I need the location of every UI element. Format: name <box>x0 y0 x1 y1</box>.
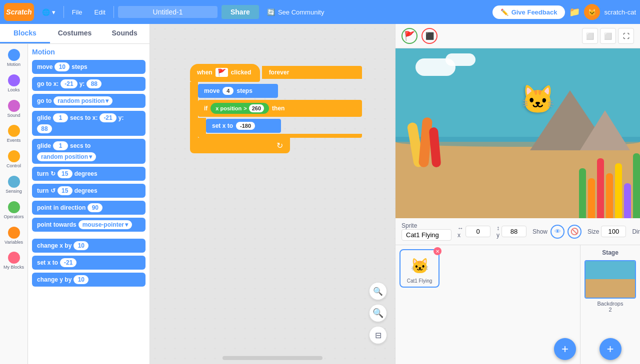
block-glide2-dropdown[interactable]: random position ▾ <box>37 152 96 161</box>
plant-5 <box>615 163 622 218</box>
block-glide1-x[interactable]: -21 <box>100 113 116 122</box>
add-sprite-button[interactable]: + <box>554 338 576 360</box>
zoom-reset-button[interactable]: ⊟ <box>369 326 387 344</box>
zoom-out-button[interactable]: 🔍 <box>369 304 387 322</box>
project-title-input[interactable] <box>118 6 218 18</box>
category-events[interactable]: Events <box>0 122 28 146</box>
edit-menu[interactable]: Edit <box>90 6 110 18</box>
y-input[interactable] <box>502 226 526 237</box>
move-val[interactable]: 4 <box>222 87 234 95</box>
give-feedback-button[interactable]: ✏️ Give Feedback <box>492 5 566 19</box>
forever-left-bar <box>190 82 198 138</box>
sprite-thumbnail: 🐱 <box>404 253 434 278</box>
fullscreen-icon: ⛶ <box>623 32 630 40</box>
file-menu[interactable]: File <box>68 6 86 18</box>
block-if[interactable]: if x position > 260 then <box>198 100 362 117</box>
add-backdrop-button[interactable]: + <box>600 338 622 360</box>
block-point-dir-val[interactable]: 90 <box>88 203 102 212</box>
block-turn-ccw-val[interactable]: 15 <box>58 186 72 195</box>
if-inner: set x to -180 <box>206 118 362 134</box>
block-change-x-val[interactable]: 10 <box>74 241 88 250</box>
sprite-close-button[interactable]: ✕ <box>434 247 442 255</box>
hat-label: when <box>197 69 212 76</box>
category-sound[interactable]: Sound <box>0 97 28 121</box>
sprite-name-input[interactable] <box>402 229 452 241</box>
block-set-x-val[interactable]: -21 <box>60 258 76 267</box>
block-forever[interactable]: forever <box>262 66 362 79</box>
category-myblocks[interactable]: My Blocks <box>0 249 28 273</box>
block-move-canvas[interactable]: move 4 steps <box>198 84 278 98</box>
block-goto-pos-dropdown[interactable]: random position ▾ <box>54 96 112 105</box>
block-set-x-canvas[interactable]: set x to -180 <box>206 119 281 133</box>
show-visible-button[interactable]: 👁 <box>550 225 564 239</box>
block-point-towards[interactable]: point towards mouse-pointer ▾ <box>32 218 146 232</box>
block-glide1-val[interactable]: 1 <box>53 113 68 122</box>
block-turn-ccw-suffix: degrees <box>74 187 98 194</box>
play-icon: 🚩 <box>404 30 415 41</box>
block-hat-flag[interactable]: when 🚩 clicked <box>190 64 260 82</box>
editor-tabs: Blocks Costumes Sounds <box>0 24 150 44</box>
block-glide1-y[interactable]: 88 <box>37 124 52 133</box>
condition-right[interactable]: 260 <box>249 104 264 112</box>
canvas-area[interactable]: when 🚩 clicked forever move 4 <box>150 24 395 364</box>
category-looks[interactable]: Looks <box>0 71 28 96</box>
block-goto-y[interactable]: 88 <box>86 79 102 88</box>
myblocks-dot <box>8 252 20 264</box>
block-glide-pos[interactable]: glide 1 secs to random position ▾ <box>32 139 146 164</box>
stop-icon: ⬛ <box>426 32 434 40</box>
block-change-y-val[interactable]: 10 <box>74 275 88 284</box>
play-button[interactable]: 🚩 <box>402 28 418 44</box>
small-stage-icon: ⬜ <box>586 32 594 40</box>
fullscreen-button[interactable]: ⛶ <box>618 28 634 44</box>
block-glide2-val[interactable]: 1 <box>53 141 68 150</box>
block-point-towards-dropdown[interactable]: mouse-pointer ▾ <box>78 220 132 229</box>
stage-thumb-image <box>586 261 635 298</box>
sprite-item-cat1[interactable]: ✕ 🐱 Cat1 Flying <box>400 249 440 288</box>
variables-dot <box>8 227 20 239</box>
block-goto-x[interactable]: -21 <box>60 79 77 88</box>
block-goto-pos[interactable]: go to random position ▾ <box>32 94 146 108</box>
see-community-button[interactable]: 🔄 See Community <box>263 6 328 18</box>
block-point-dir[interactable]: point in direction 90 <box>32 201 146 215</box>
show-hidden-button[interactable]: 🚫 <box>568 225 582 239</box>
category-operators[interactable]: Operators <box>0 198 28 223</box>
block-goto-xy[interactable]: go to x: -21 y: 88 <box>32 77 146 91</box>
size-input[interactable] <box>601 226 626 237</box>
direction-label: Direction <box>632 228 640 235</box>
operators-label: Operators <box>4 214 24 220</box>
category-variables[interactable]: Variables <box>0 224 28 248</box>
block-change-x[interactable]: change x by 10 <box>32 239 146 253</box>
block-turn-cw-val[interactable]: 15 <box>58 169 72 178</box>
condition-block[interactable]: x position > 260 <box>210 103 269 114</box>
main-layout: Blocks Costumes Sounds Motion Looks Soun… <box>0 24 640 364</box>
block-turn-ccw[interactable]: turn ↺ 15 degrees <box>32 184 146 198</box>
zoom-in-button[interactable]: 🔍 <box>369 282 387 300</box>
tab-costumes[interactable]: Costumes <box>50 24 100 43</box>
tab-sounds[interactable]: Sounds <box>100 24 150 43</box>
block-turn-cw[interactable]: turn ↻ 15 degrees <box>32 167 146 181</box>
x-input[interactable] <box>466 226 490 237</box>
block-move-value[interactable]: 10 <box>54 62 70 71</box>
set-val[interactable]: -180 <box>236 122 255 130</box>
block-move[interactable]: move 10 steps <box>32 60 146 74</box>
block-change-y[interactable]: change y by 10 <box>32 273 146 287</box>
category-sensing[interactable]: Sensing <box>0 173 28 197</box>
flag-icon: 🚩 <box>216 68 228 77</box>
tab-blocks[interactable]: Blocks <box>0 24 50 43</box>
folder-icon[interactable]: 📁 <box>569 6 580 17</box>
block-glide-xy[interactable]: glide 1 secs to x: -21 y: 88 <box>32 111 146 136</box>
category-control[interactable]: Control <box>0 147 28 172</box>
if-left-bar <box>198 118 206 134</box>
category-motion[interactable]: Motion <box>0 46 28 70</box>
small-stage-button[interactable]: ⬜ <box>582 28 598 44</box>
x-coord-group: ↔ x <box>458 225 490 239</box>
block-set-x[interactable]: set x to -21 <box>32 256 146 270</box>
move-suffix: steps <box>236 87 252 94</box>
share-button[interactable]: Share <box>222 5 259 19</box>
stop-button[interactable]: ⬛ <box>422 28 438 44</box>
globe-button[interactable]: 🌐 ▾ <box>38 6 60 18</box>
avatar[interactable]: 🐱 <box>584 4 600 20</box>
horizontal-scrollbar[interactable] <box>222 356 322 360</box>
normal-stage-button[interactable]: ⬜ <box>600 28 616 44</box>
stage-thumbnail[interactable] <box>584 260 636 299</box>
